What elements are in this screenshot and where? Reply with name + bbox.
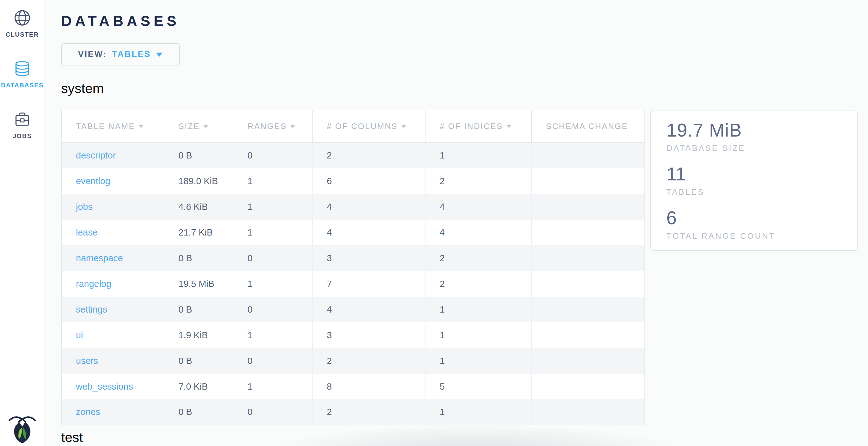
database-section-title-test: test — [61, 430, 868, 445]
table-row: namespace0 B032 — [61, 245, 645, 271]
cell-ranges: 1 — [233, 194, 312, 219]
table-name-link[interactable]: rangelog — [76, 279, 111, 289]
column-header--of-columns[interactable]: # OF COLUMNS — [312, 110, 425, 142]
cell-size: 0 B — [164, 245, 233, 271]
cell-ranges: 0 — [233, 348, 312, 374]
table-row: descriptor0 B021 — [61, 142, 645, 168]
system-table-body: descriptor0 B021eventlog189.0 KiB162jobs… — [61, 142, 645, 425]
cell-indices: 5 — [425, 374, 531, 399]
stat-label: TABLES — [666, 187, 851, 197]
cell-columns: 3 — [312, 245, 425, 271]
table-name-link[interactable]: ui — [76, 330, 83, 340]
cell-schema_change — [531, 271, 645, 297]
cell-schema_change — [531, 322, 645, 348]
cell-schema_change — [531, 374, 645, 399]
cell-schema_change — [531, 194, 645, 219]
chevron-down-icon — [156, 53, 163, 57]
cell-indices: 1 — [425, 322, 531, 348]
cell-name: eventlog — [61, 168, 164, 194]
cell-size: 0 B — [164, 142, 233, 168]
table-name-link[interactable]: lease — [76, 228, 97, 237]
main-content: DATABASES VIEW: TABLES system TABLE NAME… — [46, 0, 868, 446]
cell-name: jobs — [61, 194, 164, 219]
system-tables-table: TABLE NAMESIZERANGES# OF COLUMNS# OF IND… — [61, 110, 645, 425]
column-header-size[interactable]: SIZE — [164, 110, 233, 142]
cell-name: lease — [61, 219, 164, 245]
cell-columns: 2 — [312, 142, 425, 168]
table-row: web_sessions7.0 KiB185 — [61, 374, 645, 399]
cell-columns: 2 — [312, 399, 425, 425]
cell-size: 4.6 KiB — [164, 194, 233, 219]
sort-caret-icon — [401, 125, 406, 128]
sidebar-item-databases[interactable]: DATABASES — [1, 60, 43, 89]
cell-ranges: 1 — [233, 322, 312, 348]
column-header--of-indices[interactable]: # OF INDICES — [425, 110, 531, 142]
column-header-label: # OF INDICES — [440, 122, 503, 131]
cell-schema_change — [531, 168, 645, 194]
cell-indices: 1 — [425, 142, 531, 168]
page-title: DATABASES — [61, 13, 868, 29]
cell-columns: 4 — [312, 194, 425, 219]
database-size-stat: 19.7 MiB DATABASE SIZE — [666, 120, 851, 153]
table-name-link[interactable]: settings — [76, 304, 107, 314]
cell-ranges: 1 — [233, 168, 312, 194]
cell-size: 1.9 KiB — [164, 322, 233, 348]
cell-schema_change — [531, 297, 645, 322]
cell-indices: 2 — [425, 168, 531, 194]
view-selector-label: VIEW: — [78, 49, 107, 59]
sidebar-item-label: JOBS — [13, 133, 32, 140]
table-row: lease21.7 KiB144 — [61, 219, 645, 245]
stat-value: 11 — [666, 164, 851, 185]
cell-columns: 8 — [312, 374, 425, 399]
view-selector-dropdown[interactable]: VIEW: TABLES — [61, 43, 180, 65]
cell-indices: 2 — [425, 271, 531, 297]
sort-caret-icon — [139, 125, 143, 128]
column-header-label: TABLE NAME — [76, 122, 135, 131]
cell-columns: 6 — [312, 168, 425, 194]
table-name-link[interactable]: zones — [76, 407, 100, 417]
table-name-link[interactable]: namespace — [76, 253, 123, 263]
stat-label: TOTAL RANGE COUNT — [666, 231, 851, 241]
database-section-title-system: system — [61, 81, 868, 96]
cell-schema_change — [531, 399, 645, 425]
table-row: rangelog19.5 MiB172 — [61, 271, 645, 297]
cell-indices: 1 — [425, 297, 531, 322]
table-name-link[interactable]: descriptor — [76, 150, 116, 160]
sidebar-item-jobs[interactable]: JOBS — [13, 111, 32, 140]
cell-size: 0 B — [164, 348, 233, 374]
cell-size: 21.7 KiB — [164, 219, 233, 245]
table-row: settings0 B041 — [61, 297, 645, 322]
cell-name: zones — [61, 399, 164, 425]
cell-name: rangelog — [61, 271, 164, 297]
cell-columns: 2 — [312, 348, 425, 374]
cell-indices: 1 — [425, 399, 531, 425]
cell-indices: 1 — [425, 348, 531, 374]
table-name-link[interactable]: web_sessions — [76, 381, 133, 391]
sidebar: CLUSTER DATABASES JOBS — [0, 0, 45, 446]
column-header-schema-change: SCHEMA CHANGE — [531, 110, 645, 142]
databases-page: CLUSTER DATABASES JOBS — [0, 0, 868, 446]
sidebar-item-cluster[interactable]: CLUSTER — [6, 9, 39, 38]
cell-schema_change — [531, 219, 645, 245]
cell-size: 0 B — [164, 297, 233, 322]
cell-name: web_sessions — [61, 374, 164, 399]
column-header-table-name[interactable]: TABLE NAME — [61, 110, 164, 142]
range-count-stat: 6 TOTAL RANGE COUNT — [666, 208, 851, 241]
table-name-link[interactable]: users — [76, 356, 98, 366]
cell-ranges: 1 — [233, 374, 312, 399]
table-row: jobs4.6 KiB144 — [61, 194, 645, 219]
globe-icon — [14, 9, 31, 26]
table-name-link[interactable]: jobs — [76, 202, 93, 212]
briefcase-icon — [14, 111, 31, 128]
cell-size: 19.5 MiB — [164, 271, 233, 297]
sidebar-item-label: CLUSTER — [6, 31, 39, 38]
stat-value: 6 — [666, 208, 851, 229]
column-header-ranges[interactable]: RANGES — [233, 110, 312, 142]
table-name-link[interactable]: eventlog — [76, 176, 111, 186]
column-header-label: SCHEMA CHANGE — [546, 122, 628, 131]
system-table-header-row: TABLE NAMESIZERANGES# OF COLUMNS# OF IND… — [61, 110, 645, 142]
cell-ranges: 1 — [233, 271, 312, 297]
stat-value: 19.7 MiB — [666, 120, 851, 141]
database-summary-card: 19.7 MiB DATABASE SIZE 11 TABLES 6 TOTAL… — [650, 110, 858, 251]
cell-size: 0 B — [164, 399, 233, 425]
